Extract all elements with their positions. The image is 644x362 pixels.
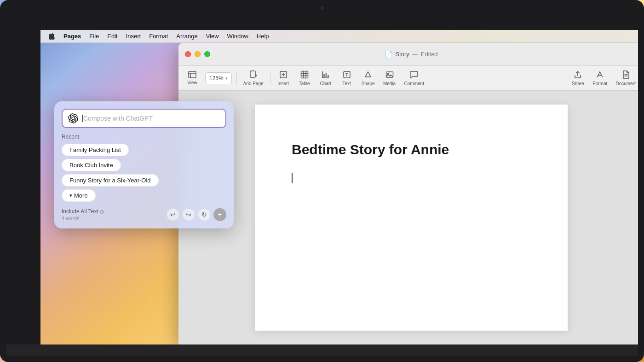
chart-icon <box>322 70 330 81</box>
input-cursor <box>82 115 83 122</box>
media-label: Media <box>383 81 396 86</box>
more-chevron: ▾ <box>69 193 72 199</box>
toolbar-share[interactable]: Share <box>568 69 588 88</box>
left-bezel <box>0 30 40 344</box>
undo-button[interactable]: ↩ <box>167 208 179 221</box>
svg-rect-3 <box>250 71 255 77</box>
comment-icon <box>410 70 418 81</box>
compose-input-row[interactable]: Compose with ChatGPT <box>62 109 226 128</box>
insert-label: Insert <box>277 81 289 86</box>
toolbar-document[interactable]: Document <box>612 69 640 88</box>
more-label: More <box>74 192 88 199</box>
share-label: Share <box>572 81 584 86</box>
menubar-help[interactable]: Help <box>253 32 273 41</box>
shape-icon <box>364 70 372 81</box>
svg-rect-0 <box>189 71 196 78</box>
screen-area: Pages File Edit Insert Format Arrange Vi… <box>40 30 644 344</box>
format-label: Format <box>593 81 608 86</box>
view-label: View <box>187 80 197 85</box>
toolbar-comment[interactable]: Comment <box>401 69 428 88</box>
toolbar-divider-2 <box>270 72 270 85</box>
chatgpt-panel: Compose with ChatGPT Recent Family Packi… <box>54 101 234 228</box>
toolbar-shape[interactable]: Shape <box>358 69 379 88</box>
share-icon <box>574 70 581 81</box>
comment-label: Comment <box>404 81 424 86</box>
word-count: 4 words <box>62 216 104 221</box>
toolbar-format[interactable]: Format <box>589 69 611 88</box>
add-page-label: Add Page <box>243 81 264 86</box>
traffic-lights <box>185 51 210 57</box>
toolbar-chart[interactable]: Chart <box>316 69 336 88</box>
text-label: Text <box>342 81 351 86</box>
document-area: Bedtime Story for Annie @keyframes blink… <box>178 91 644 344</box>
menubar-pages[interactable]: Pages <box>60 32 85 41</box>
recent-items-list: Family Packing List Book Club Invite Fun… <box>62 144 226 187</box>
include-text-section: Include All Text ◇ 4 words <box>62 208 104 221</box>
close-button[interactable] <box>185 51 191 57</box>
document-icon <box>622 70 630 81</box>
table-label: Table <box>299 81 310 86</box>
toolbar-table[interactable]: Table <box>294 69 315 88</box>
minimize-button[interactable] <box>195 51 201 57</box>
laptop-frame: Pages File Edit Insert Format Arrange Vi… <box>0 0 644 362</box>
format-icon <box>596 70 604 81</box>
document-page[interactable]: Bedtime Story for Annie @keyframes blink… <box>255 105 568 331</box>
apple-menu[interactable] <box>45 33 59 40</box>
camera-notch <box>276 0 368 16</box>
window-title: 📄 Story — Edited <box>385 51 437 58</box>
toolbar-text[interactable]: Text <box>337 69 357 88</box>
menubar-window[interactable]: Window <box>224 32 252 41</box>
recent-item-funny-story[interactable]: Funny Story for a Six-Year-Old <box>62 174 159 187</box>
recent-item-book-club[interactable]: Book Club Invite <box>62 159 121 171</box>
menubar-view[interactable]: View <box>202 32 223 41</box>
window-title-text: Story <box>395 51 409 58</box>
text-icon <box>343 70 351 81</box>
compose-input-display[interactable]: Compose with ChatGPT <box>82 115 220 122</box>
toolbar-view[interactable]: View <box>182 69 202 87</box>
compose-placeholder: Compose with ChatGPT <box>83 115 153 122</box>
window-subtitle: Edited <box>421 51 438 58</box>
window-titlebar: 📄 Story — Edited <box>178 43 644 66</box>
toolbar-zoom[interactable]: 125% ▾ <box>205 72 232 84</box>
panel-footer: Include All Text ◇ 4 words ↩ ↪ ↻ + <box>62 208 226 221</box>
bottom-bezel <box>0 344 644 362</box>
toolbar: View 125% ▾ <box>178 66 644 91</box>
shape-label: Shape <box>362 81 375 86</box>
recent-label: Recent <box>62 134 226 140</box>
menubar-arrange[interactable]: Arrange <box>172 32 201 41</box>
zoom-chevron: ▾ <box>225 76 228 81</box>
title-document-icon: 📄 <box>385 51 392 58</box>
table-icon <box>300 70 309 81</box>
camera-dot <box>321 6 324 10</box>
document-title: Bedtime Story for Annie <box>292 141 531 158</box>
add-page-icon <box>249 70 258 81</box>
menubar-format[interactable]: Format <box>145 32 172 41</box>
svg-rect-16 <box>323 74 325 78</box>
document-label: Document <box>615 81 637 86</box>
text-cursor <box>292 173 293 183</box>
refresh-button[interactable]: ↻ <box>198 208 211 221</box>
view-icon <box>188 71 196 80</box>
more-button[interactable]: ▾ More <box>62 189 96 202</box>
footer-actions: ↩ ↪ ↻ + <box>167 208 226 221</box>
menubar-insert[interactable]: Insert <box>122 32 145 41</box>
toolbar-add-page[interactable]: Add Page <box>240 69 267 88</box>
redo-button[interactable]: ↪ <box>182 208 195 221</box>
zoom-value: 125% <box>209 75 224 82</box>
title-separator: — <box>412 51 418 58</box>
toolbar-insert[interactable]: Insert <box>273 69 293 88</box>
toolbar-media[interactable]: Media <box>380 69 400 88</box>
menubar: Pages File Edit Insert Format Arrange Vi… <box>40 30 644 43</box>
svg-rect-9 <box>301 71 308 78</box>
submit-button[interactable]: + <box>213 208 226 221</box>
chatgpt-logo <box>68 113 78 123</box>
svg-rect-18 <box>328 75 329 78</box>
menubar-edit[interactable]: Edit <box>104 32 121 41</box>
recent-item-packing[interactable]: Family Packing List <box>62 144 129 156</box>
fullscreen-button[interactable] <box>204 51 210 57</box>
menubar-file[interactable]: File <box>86 32 103 41</box>
include-text[interactable]: Include All Text ◇ <box>62 208 104 215</box>
recent-section: Recent Family Packing List Book Club Inv… <box>62 134 226 202</box>
insert-icon <box>279 70 288 81</box>
chart-label: Chart <box>320 81 331 86</box>
